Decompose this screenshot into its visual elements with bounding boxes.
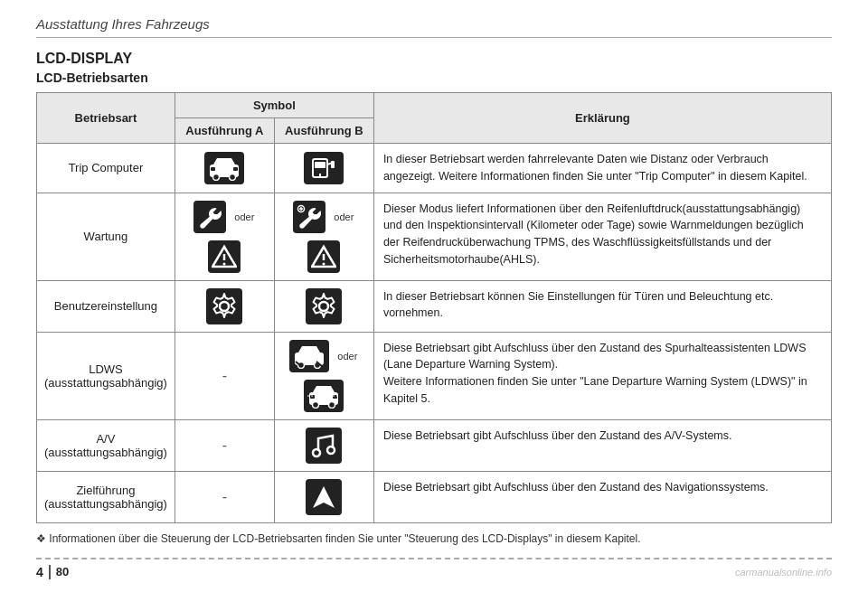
page-number: 80 [56, 565, 69, 578]
svg-point-3 [230, 174, 236, 180]
subsection-title: LCD-Betriebsarten [36, 70, 832, 85]
col-symbol: Symbol [175, 93, 373, 118]
page-header: Ausstattung Ihres Fahrzeugs [36, 16, 832, 38]
table-row: Zielführung (ausstattungsabhängig) - Die… [37, 471, 832, 522]
symbol-a-cell [175, 280, 274, 332]
symbol-a-cell: - [175, 419, 274, 471]
svg-point-30 [313, 401, 319, 408]
gear2-icon [306, 288, 342, 324]
symbol-b-cell [274, 471, 373, 522]
wrench-icon [193, 201, 226, 233]
car-icon [204, 152, 244, 184]
symbol-a-cell: - [175, 471, 274, 522]
svg-rect-5 [233, 167, 238, 171]
page-number-box: 4 80 [36, 565, 69, 579]
symbol-b-cell: oder [274, 193, 373, 280]
svg-point-2 [213, 174, 220, 180]
betriebsart-cell: A/V (ausstattungsabhängig) [37, 419, 175, 471]
oder-text-2: oder [334, 212, 354, 222]
ldws-icon [289, 340, 329, 372]
svg-rect-4 [211, 167, 215, 171]
svg-point-19 [323, 262, 326, 265]
col-ausfuhrung-a: Ausführung A [175, 118, 274, 144]
lcd-table: Betriebsart Symbol Erklärung Ausführung … [36, 92, 832, 523]
table-row: LDWS (ausstattungsabhängig) - [37, 332, 832, 419]
watermark: carmanualsonline.info [735, 567, 832, 578]
betriebsart-cell: Trip Computer [37, 144, 175, 193]
warning2-icon [307, 240, 340, 273]
dash-symbol-2: - [222, 437, 227, 453]
symbol-a-cell: - [175, 332, 274, 419]
erklaerung-cell: In dieser Betriebsart können Sie Einstel… [373, 280, 831, 332]
erklaerung-cell: Diese Betriebsart gibt Aufschluss über d… [373, 419, 831, 471]
erklaerung-cell: Diese Betriebsart gibt Aufschluss über d… [373, 471, 831, 522]
table-row: Wartung oder [37, 193, 832, 280]
ldws2-icon [304, 380, 344, 412]
erklaerung-cell: Dieser Modus liefert Informationen über … [373, 193, 831, 280]
symbol-a-cell [175, 144, 274, 193]
svg-marker-37 [313, 486, 335, 508]
svg-point-21 [319, 302, 328, 311]
svg-marker-1 [213, 158, 235, 164]
symbol-b-cell [274, 419, 373, 471]
col-erklaerung: Erklärung [373, 93, 831, 144]
svg-point-31 [329, 401, 335, 408]
symbol-a-cell: oder [175, 193, 274, 280]
dash-symbol-3: - [222, 489, 227, 504]
oder-text-3: oder [337, 351, 357, 362]
footnote: ❖ Informationen über die Steuerung der L… [36, 532, 832, 545]
svg-point-35 [313, 449, 320, 456]
warning-icon [208, 240, 241, 273]
svg-point-13 [223, 262, 226, 265]
svg-marker-29 [313, 386, 335, 392]
table-row: Trip Computer [37, 144, 832, 193]
dash-symbol: - [222, 368, 227, 383]
page-footer: 4 80 carmanualsonline.info [36, 558, 832, 579]
svg-rect-7 [315, 162, 326, 168]
svg-marker-23 [298, 346, 320, 352]
col-ausfuhrung-b: Ausführung B [274, 118, 373, 144]
betriebsart-cell: Wartung [37, 193, 175, 280]
svg-rect-9 [331, 161, 335, 168]
symbol-b-cell: oder [274, 332, 373, 419]
svg-point-36 [327, 446, 335, 454]
page-section: 4 [36, 565, 51, 579]
symbol-b-cell [274, 144, 373, 193]
fuel-icon [304, 152, 344, 184]
gear-icon [206, 288, 242, 324]
table-row: A/V (ausstattungsabhängig) - Diese Betri… [37, 419, 832, 471]
erklaerung-cell: In dieser Betriebsart werden fahrrelevan… [373, 144, 831, 193]
oder-text-1: oder [234, 212, 254, 222]
col-betriebsart: Betriebsart [37, 93, 175, 144]
table-row: Benutzereinstellung [37, 280, 832, 332]
section-title: LCD-DISPLAY [36, 51, 832, 67]
betriebsart-cell: Benutzereinstellung [37, 280, 175, 332]
svg-point-20 [220, 302, 229, 311]
nav-icon [306, 479, 342, 515]
betriebsart-cell: LDWS (ausstattungsabhängig) [37, 332, 175, 419]
wrench2-icon [293, 201, 326, 233]
symbol-b-cell [274, 280, 373, 332]
music-icon [306, 428, 342, 464]
erklaerung-cell: Diese Betriebsart gibt Aufschluss über d… [373, 332, 831, 419]
betriebsart-cell: Zielführung (ausstattungsabhängig) [37, 471, 175, 522]
